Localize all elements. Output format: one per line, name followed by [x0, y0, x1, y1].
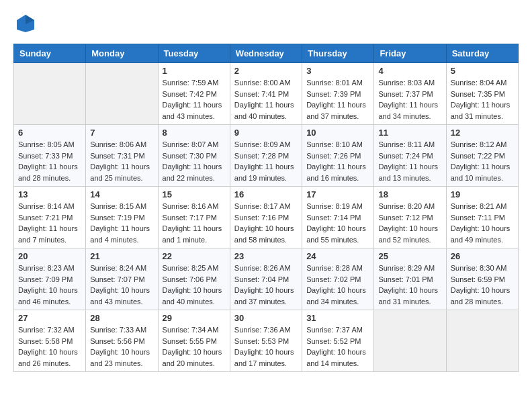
- calendar-cell: 10Sunrise: 8:10 AM Sunset: 7:26 PM Dayli…: [302, 125, 374, 187]
- cell-content: Sunrise: 8:20 AM Sunset: 7:12 PM Dayligh…: [378, 201, 441, 245]
- cell-content: Sunrise: 8:11 AM Sunset: 7:24 PM Dayligh…: [378, 139, 441, 183]
- cell-content: Sunrise: 8:15 AM Sunset: 7:19 PM Dayligh…: [90, 201, 153, 245]
- day-number: 18: [378, 189, 441, 199]
- day-number: 19: [451, 189, 514, 199]
- calendar-cell: 12Sunrise: 8:12 AM Sunset: 7:22 PM Dayli…: [446, 125, 518, 187]
- day-number: 9: [234, 128, 298, 138]
- day-number: 30: [234, 313, 298, 323]
- cell-content: Sunrise: 8:07 AM Sunset: 7:30 PM Dayligh…: [163, 139, 226, 183]
- calendar-cell: 3Sunrise: 8:01 AM Sunset: 7:39 PM Daylig…: [302, 63, 374, 125]
- cell-content: Sunrise: 8:12 AM Sunset: 7:22 PM Dayligh…: [451, 139, 514, 183]
- day-number: 13: [18, 189, 81, 199]
- cell-content: Sunrise: 8:03 AM Sunset: 7:37 PM Dayligh…: [378, 77, 441, 122]
- day-number: 20: [18, 251, 81, 261]
- calendar-cell: 25Sunrise: 8:29 AM Sunset: 7:01 PM Dayli…: [374, 248, 446, 310]
- calendar-cell: 1Sunrise: 7:59 AM Sunset: 7:42 PM Daylig…: [158, 63, 230, 125]
- cell-content: Sunrise: 8:16 AM Sunset: 7:17 PM Dayligh…: [163, 201, 226, 245]
- calendar-cell: 8Sunrise: 8:07 AM Sunset: 7:30 PM Daylig…: [158, 125, 230, 187]
- cell-content: Sunrise: 8:29 AM Sunset: 7:01 PM Dayligh…: [378, 263, 441, 307]
- day-number: 11: [378, 128, 441, 138]
- calendar-cell: 14Sunrise: 8:15 AM Sunset: 7:19 PM Dayli…: [86, 187, 158, 248]
- day-of-week-header: Wednesday: [230, 44, 302, 63]
- cell-content: Sunrise: 8:23 AM Sunset: 7:09 PM Dayligh…: [18, 263, 81, 307]
- day-number: 12: [451, 128, 514, 138]
- calendar-cell: [86, 63, 158, 125]
- calendar-cell: 4Sunrise: 8:03 AM Sunset: 7:37 PM Daylig…: [374, 63, 446, 125]
- calendar-cell: 13Sunrise: 8:14 AM Sunset: 7:21 PM Dayli…: [14, 187, 86, 248]
- day-of-week-header: Sunday: [14, 44, 86, 63]
- cell-content: Sunrise: 7:36 AM Sunset: 5:53 PM Dayligh…: [234, 324, 298, 369]
- day-number: 25: [378, 251, 441, 261]
- day-number: 22: [163, 251, 226, 261]
- day-of-week-header: Monday: [86, 44, 158, 63]
- calendar-cell: 11Sunrise: 8:11 AM Sunset: 7:24 PM Dayli…: [374, 125, 446, 187]
- cell-content: Sunrise: 8:21 AM Sunset: 7:11 PM Dayligh…: [451, 201, 514, 245]
- cell-content: Sunrise: 7:59 AM Sunset: 7:42 PM Dayligh…: [163, 77, 226, 122]
- calendar-cell: 31Sunrise: 7:37 AM Sunset: 5:52 PM Dayli…: [302, 310, 374, 372]
- calendar-table: SundayMondayTuesdayWednesdayThursdayFrid…: [13, 44, 519, 372]
- calendar-cell: 20Sunrise: 8:23 AM Sunset: 7:09 PM Dayli…: [14, 248, 86, 310]
- day-number: 26: [451, 251, 514, 261]
- logo-icon: [15, 13, 36, 34]
- day-number: 27: [18, 313, 81, 323]
- cell-content: Sunrise: 8:10 AM Sunset: 7:26 PM Dayligh…: [306, 139, 369, 183]
- cell-content: Sunrise: 8:30 AM Sunset: 6:59 PM Dayligh…: [451, 263, 514, 307]
- calendar-cell: [374, 310, 446, 372]
- day-number: 17: [306, 189, 369, 199]
- calendar-cell: 9Sunrise: 8:09 AM Sunset: 7:28 PM Daylig…: [230, 125, 302, 187]
- day-of-week-header: Thursday: [302, 44, 374, 63]
- cell-content: Sunrise: 8:14 AM Sunset: 7:21 PM Dayligh…: [18, 201, 81, 245]
- cell-content: Sunrise: 8:17 AM Sunset: 7:16 PM Dayligh…: [234, 201, 298, 245]
- calendar-cell: 30Sunrise: 7:36 AM Sunset: 5:53 PM Dayli…: [230, 310, 302, 372]
- day-of-week-header: Friday: [374, 44, 446, 63]
- cell-content: Sunrise: 8:26 AM Sunset: 7:04 PM Dayligh…: [234, 263, 298, 307]
- day-number: 24: [306, 251, 369, 261]
- day-number: 31: [306, 313, 369, 323]
- day-number: 6: [18, 128, 81, 138]
- day-number: 15: [163, 189, 226, 199]
- day-number: 7: [90, 128, 153, 138]
- cell-content: Sunrise: 8:01 AM Sunset: 7:39 PM Dayligh…: [306, 77, 369, 122]
- calendar-week-row: 27Sunrise: 7:32 AM Sunset: 5:58 PM Dayli…: [14, 310, 519, 372]
- cell-content: Sunrise: 8:06 AM Sunset: 7:31 PM Dayligh…: [90, 139, 153, 183]
- day-number: 2: [234, 66, 298, 76]
- cell-content: Sunrise: 8:04 AM Sunset: 7:35 PM Dayligh…: [451, 77, 514, 122]
- cell-content: Sunrise: 8:05 AM Sunset: 7:33 PM Dayligh…: [18, 139, 81, 183]
- day-number: 16: [234, 189, 298, 199]
- calendar-cell: 22Sunrise: 8:25 AM Sunset: 7:06 PM Dayli…: [158, 248, 230, 310]
- calendar-cell: 15Sunrise: 8:16 AM Sunset: 7:17 PM Dayli…: [158, 187, 230, 248]
- cell-content: Sunrise: 8:28 AM Sunset: 7:02 PM Dayligh…: [306, 263, 369, 307]
- day-number: 14: [90, 189, 153, 199]
- cell-content: Sunrise: 8:19 AM Sunset: 7:14 PM Dayligh…: [306, 201, 369, 245]
- calendar-header-row: SundayMondayTuesdayWednesdayThursdayFrid…: [14, 44, 519, 63]
- calendar-cell: 29Sunrise: 7:34 AM Sunset: 5:55 PM Dayli…: [158, 310, 230, 372]
- day-of-week-header: Saturday: [446, 44, 518, 63]
- day-number: 29: [163, 313, 226, 323]
- cell-content: Sunrise: 8:09 AM Sunset: 7:28 PM Dayligh…: [234, 139, 298, 183]
- calendar-week-row: 20Sunrise: 8:23 AM Sunset: 7:09 PM Dayli…: [14, 248, 519, 310]
- cell-content: Sunrise: 7:33 AM Sunset: 5:56 PM Dayligh…: [90, 324, 153, 369]
- calendar-cell: 27Sunrise: 7:32 AM Sunset: 5:58 PM Dayli…: [14, 310, 86, 372]
- calendar-cell: 26Sunrise: 8:30 AM Sunset: 6:59 PM Dayli…: [446, 248, 518, 310]
- logo: [13, 13, 36, 37]
- cell-content: Sunrise: 8:25 AM Sunset: 7:06 PM Dayligh…: [163, 263, 226, 307]
- page-header: [13, 13, 519, 37]
- day-number: 1: [163, 66, 226, 76]
- calendar-cell: 19Sunrise: 8:21 AM Sunset: 7:11 PM Dayli…: [446, 187, 518, 248]
- day-of-week-header: Tuesday: [158, 44, 230, 63]
- cell-content: Sunrise: 8:24 AM Sunset: 7:07 PM Dayligh…: [90, 263, 153, 307]
- calendar-week-row: 6Sunrise: 8:05 AM Sunset: 7:33 PM Daylig…: [14, 125, 519, 187]
- calendar-cell: 6Sunrise: 8:05 AM Sunset: 7:33 PM Daylig…: [14, 125, 86, 187]
- day-number: 4: [378, 66, 441, 76]
- day-number: 5: [451, 66, 514, 76]
- day-number: 21: [90, 251, 153, 261]
- calendar-cell: [14, 63, 86, 125]
- cell-content: Sunrise: 8:00 AM Sunset: 7:41 PM Dayligh…: [234, 77, 298, 122]
- cell-content: Sunrise: 7:37 AM Sunset: 5:52 PM Dayligh…: [306, 324, 369, 369]
- day-number: 3: [306, 66, 369, 76]
- calendar-cell: [446, 310, 518, 372]
- calendar-cell: 23Sunrise: 8:26 AM Sunset: 7:04 PM Dayli…: [230, 248, 302, 310]
- cell-content: Sunrise: 7:34 AM Sunset: 5:55 PM Dayligh…: [163, 324, 226, 369]
- calendar-cell: 21Sunrise: 8:24 AM Sunset: 7:07 PM Dayli…: [86, 248, 158, 310]
- day-number: 28: [90, 313, 153, 323]
